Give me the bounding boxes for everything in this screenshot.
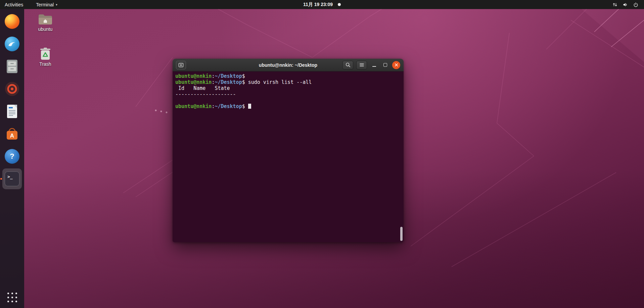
window-titlebar[interactable]: ubuntu@nnkin: ~/Desktop (173, 59, 404, 71)
grid-icon (7, 293, 17, 302)
output-separator-line: -------------------- (175, 91, 401, 97)
window-title: ubuntu@nnkin: ~/Desktop (259, 62, 317, 68)
output-header-line: Id Name State (175, 85, 401, 91)
terminal-line-blank (175, 97, 401, 103)
close-icon (395, 63, 398, 67)
thunderbird-icon (5, 37, 19, 51)
desktop-icon-label: ubuntu (31, 27, 60, 32)
hamburger-icon (359, 62, 364, 67)
app-menu-label: Terminal (36, 2, 54, 7)
help-icon: ? (5, 149, 19, 164)
dock-item-files[interactable] (2, 56, 22, 77)
libreoffice-writer-icon (5, 104, 19, 119)
terminal-icon: >_ (5, 171, 19, 186)
scrollbar-thumb[interactable] (400, 227, 403, 241)
recording-indicator-icon (338, 3, 341, 6)
dock-item-ubuntu-software[interactable]: A (2, 123, 22, 144)
prompt-user-host: ubuntu@nnkin (175, 79, 212, 85)
network-arrows-icon (612, 2, 618, 7)
firefox-icon (5, 14, 19, 29)
terminal-screen[interactable]: ubuntu@nnkin:~/Desktop$ ubuntu@nnkin:~/D… (173, 71, 404, 242)
trash-icon (39, 47, 52, 60)
command-text: sudo virsh list --all (248, 79, 312, 85)
chevron-down-icon: ▾ (56, 3, 57, 6)
system-status-menu[interactable] (607, 0, 644, 9)
desktop-icon-trash[interactable]: Trash (31, 47, 60, 67)
prompt-dollar: $ (242, 73, 245, 79)
new-tab-button[interactable] (176, 61, 186, 69)
activities-label: Activities (5, 2, 23, 7)
prompt-user-host: ubuntu@nnkin (175, 73, 212, 79)
dock-item-help[interactable]: ? (2, 146, 22, 167)
dock-item-thunderbird[interactable] (2, 34, 22, 54)
terminal-line: ubuntu@nnkin:~/Desktop$ (175, 73, 401, 79)
activities-button[interactable]: Activities (0, 0, 28, 9)
dock-item-rhythmbox[interactable] (2, 79, 22, 99)
minimize-button[interactable] (370, 61, 378, 69)
clock-button[interactable]: 11月 19 23:09 (303, 2, 341, 8)
rhythmbox-icon (5, 82, 19, 96)
dock-item-terminal[interactable]: >_ (2, 168, 22, 189)
software-letter: A (10, 133, 14, 139)
search-icon (346, 62, 351, 67)
terminal-line: ubuntu@nnkin:~/Desktop$sudo virsh list -… (175, 79, 401, 85)
question-mark-glyph: ? (10, 152, 14, 161)
home-folder-icon (38, 13, 53, 25)
prompt-path: ~/Desktop (215, 73, 242, 79)
show-applications-button[interactable] (5, 291, 19, 304)
maximize-icon (383, 63, 387, 67)
prompt-path: ~/Desktop (215, 103, 242, 109)
running-indicator-icon (0, 178, 2, 180)
clock-label: 11月 19 23:09 (303, 2, 333, 8)
maximize-button[interactable] (381, 61, 389, 69)
dock: A ? >_ (0, 9, 24, 308)
prompt-dollar: $ (242, 103, 245, 109)
prompt-glyph: >_ (7, 174, 13, 179)
desktop-icon-home[interactable]: ubuntu (31, 13, 60, 32)
new-tab-icon (178, 63, 184, 67)
prompt-user-host: ubuntu@nnkin (175, 103, 212, 109)
prompt-path: ~/Desktop (215, 79, 242, 85)
terminal-window: ubuntu@nnkin: ~/Desktop (173, 59, 404, 242)
dock-item-libreoffice-writer[interactable] (2, 101, 22, 122)
app-menu-button[interactable]: Terminal ▾ (36, 0, 57, 9)
prompt-dollar: $ (242, 79, 245, 85)
power-icon (633, 2, 639, 7)
terminal-line: ubuntu@nnkin:~/Desktop$ (175, 103, 401, 109)
menu-button[interactable] (356, 61, 367, 69)
close-button[interactable] (392, 61, 400, 69)
text-cursor (248, 104, 251, 109)
dock-item-firefox[interactable] (2, 11, 22, 32)
search-button[interactable] (342, 61, 353, 69)
desktop-icon-label: Trash (31, 61, 60, 67)
ubuntu-software-icon: A (5, 126, 19, 141)
volume-icon (623, 2, 628, 7)
files-icon (5, 59, 19, 74)
top-bar: Activities Terminal ▾ 11月 19 23:09 (0, 0, 644, 9)
minimize-icon (372, 66, 376, 67)
